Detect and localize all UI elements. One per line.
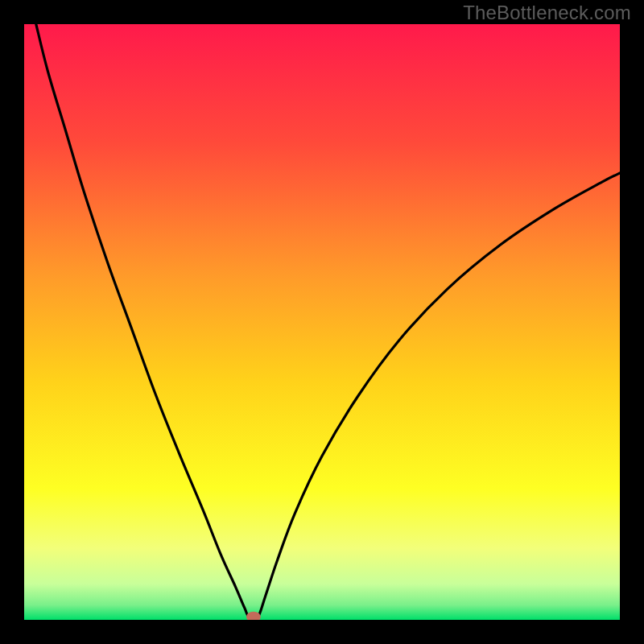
gradient-background — [24, 24, 620, 620]
watermark-text: TheBottleneck.com — [463, 2, 631, 24]
chart-frame: TheBottleneck.com — [0, 0, 644, 644]
plot-area — [24, 24, 620, 620]
bottleneck-chart — [24, 24, 620, 620]
